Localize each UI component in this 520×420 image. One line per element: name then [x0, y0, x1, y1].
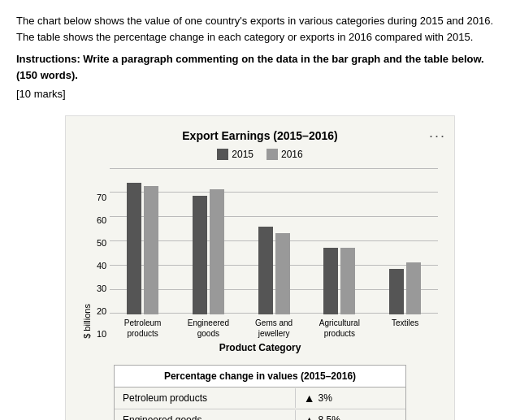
bar-group-textiles — [389, 262, 421, 314]
arrow-up-icon: ▲ — [304, 392, 315, 405]
x-axis-title: Product Category — [82, 342, 438, 353]
table-header: Percentage change in values (2015–2016) — [115, 366, 405, 388]
x-label-engineered: Engineeredgoods — [184, 318, 232, 339]
x-label-petroleum: Petroleumproducts — [119, 318, 167, 339]
legend-color-2015 — [217, 149, 228, 160]
bar-agricultural-2015 — [323, 248, 338, 314]
bar-petroleum-2016 — [144, 186, 158, 314]
instructions-text: Instructions: Write a paragraph commenti… — [16, 51, 504, 83]
chart-container: ... Export Earnings (2015–2016) 2015 201… — [65, 115, 455, 421]
bar-group-agricultural — [323, 248, 355, 314]
legend-item-2015: 2015 — [217, 149, 254, 160]
table-value-petroleum: 3% — [318, 392, 332, 404]
bar-engineered-2015 — [193, 196, 207, 314]
table-category-petroleum: Petroleum products — [115, 388, 296, 408]
x-axis-labels: Petroleumproducts Engineeredgoods Gems a… — [110, 318, 438, 339]
bar-group-engineered — [193, 189, 224, 314]
bar-engineered-2016 — [210, 189, 224, 314]
legend-label-2016: 2016 — [281, 149, 303, 160]
y-axis-ticks: 70 60 50 40 30 20 10 — [97, 193, 110, 339]
bar-petroleum-2015 — [127, 183, 141, 314]
bar-group-petroleum — [127, 183, 158, 314]
bar-textiles-2016 — [406, 262, 421, 314]
arrow-up-icon: ▲ — [304, 414, 315, 421]
x-label-agricultural: Agriculturalproducts — [315, 318, 364, 339]
chart-inner: $ billions 70 60 50 40 30 20 10 — [82, 168, 438, 339]
bar-agricultural-2016 — [340, 248, 355, 314]
table-container: Percentage change in values (2015–2016) … — [114, 365, 406, 421]
bar-textiles-2015 — [389, 269, 404, 314]
x-label-gems: Gems andjewellery — [249, 318, 298, 339]
more-options-button[interactable]: ... — [429, 124, 446, 141]
table-value-engineered: 8.5% — [318, 414, 340, 421]
chart-legend: 2015 2016 — [82, 149, 438, 160]
bars-and-gridlines — [110, 168, 438, 314]
legend-item-2016: 2016 — [266, 149, 303, 160]
table-row-petroleum: Petroleum products ▲ 3% — [115, 388, 405, 409]
bar-gems-2015 — [258, 227, 273, 314]
bars-row — [110, 168, 438, 314]
marks-text: [10 marks] — [16, 86, 504, 102]
table-change-engineered: ▲ 8.5% — [296, 409, 405, 421]
legend-label-2015: 2015 — [232, 149, 254, 160]
legend-color-2016 — [266, 149, 278, 160]
table-row-engineered: Engineered goods ▲ 8.5% — [115, 409, 405, 421]
bar-gems-2016 — [275, 233, 290, 314]
y-axis-label: $ billions — [82, 304, 92, 339]
table-change-petroleum: ▲ 3% — [296, 388, 405, 409]
intro-text: The chart below shows the value of one c… — [16, 13, 504, 45]
table-category-engineered: Engineered goods — [115, 410, 296, 421]
chart-title: Export Earnings (2015–2016) — [82, 129, 438, 142]
bars-area: Petroleumproducts Engineeredgoods Gems a… — [110, 168, 438, 339]
bar-group-gems — [258, 227, 290, 314]
x-label-textiles: Textiles — [381, 318, 430, 339]
